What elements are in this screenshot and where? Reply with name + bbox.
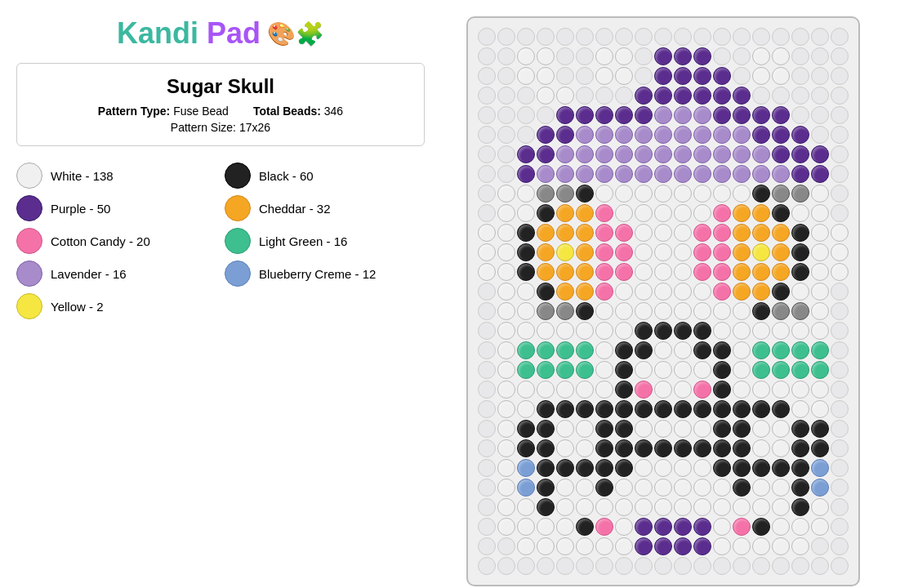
- color-label: Yellow - 2: [51, 300, 103, 314]
- bead-cell: [497, 283, 515, 301]
- bead-cell: [615, 145, 633, 163]
- bead-cell: [615, 283, 633, 301]
- bead-cell: [478, 361, 496, 379]
- bead-cell: [595, 185, 613, 203]
- bead-cell: [752, 381, 770, 399]
- bead-cell: [713, 322, 731, 340]
- bead-cell: [595, 204, 613, 222]
- bead-cell: [693, 204, 711, 222]
- bead-cell: [791, 145, 809, 163]
- bead-cell: [595, 322, 613, 340]
- bead-cell: [713, 67, 731, 85]
- bead-cell: [615, 243, 633, 261]
- bead-cell: [791, 106, 809, 124]
- bead-cell: [674, 204, 692, 222]
- bead-cell: [654, 145, 672, 163]
- logo-kandi: Kandi: [117, 16, 198, 50]
- bead-cell: [537, 106, 555, 124]
- bead-cell: [693, 459, 711, 477]
- bead-cell: [576, 381, 594, 399]
- bead-cell: [772, 263, 790, 281]
- bead-cell: [674, 28, 692, 46]
- bead-cell: [537, 322, 555, 340]
- bead-cell: [497, 28, 515, 46]
- bead-cell: [595, 341, 613, 359]
- bead-cell: [595, 459, 613, 477]
- bead-cell: [556, 361, 574, 379]
- bead-cell: [693, 322, 711, 340]
- bead-cell: [713, 283, 731, 301]
- bead-cell: [556, 439, 574, 457]
- bead-cell: [615, 185, 633, 203]
- bead-cell: [635, 126, 653, 144]
- bead-cell: [556, 498, 574, 516]
- bead-cell: [576, 498, 594, 516]
- bead-cell: [635, 224, 653, 242]
- bead-cell: [497, 243, 515, 261]
- bead-cell: [517, 47, 535, 65]
- bead-cell: [752, 302, 770, 320]
- bead-cell: [478, 47, 496, 65]
- bead-cell: [693, 106, 711, 124]
- bead-cell: [517, 459, 535, 477]
- bead-cell: [556, 537, 574, 555]
- bead-cell: [537, 400, 555, 418]
- bead-cell: [654, 400, 672, 418]
- bead-cell: [693, 381, 711, 399]
- bead-cell: [615, 106, 633, 124]
- bead-cell: [674, 537, 692, 555]
- bead-cell: [713, 518, 731, 536]
- bead-cell: [517, 145, 535, 163]
- bead-cell: [517, 381, 535, 399]
- bead-cell: [674, 283, 692, 301]
- bead-cell: [713, 204, 731, 222]
- bead-cell: [654, 518, 672, 536]
- bead-cell: [537, 439, 555, 457]
- bead-cell: [478, 126, 496, 144]
- bead-cell: [478, 459, 496, 477]
- bead-cell: [791, 204, 809, 222]
- bead-cell: [772, 518, 790, 536]
- bead-cell: [497, 126, 515, 144]
- bead-cell: [811, 263, 829, 281]
- pattern-title: Sugar Skull: [33, 75, 408, 98]
- bead-cell: [576, 145, 594, 163]
- bead-cell: [831, 263, 849, 281]
- bead-cell: [497, 557, 515, 575]
- bead-cell: [556, 28, 574, 46]
- bead-cell: [517, 165, 535, 183]
- bead-cell: [713, 302, 731, 320]
- bead-cell: [615, 263, 633, 281]
- bead-cell: [556, 87, 574, 105]
- bead-cell: [576, 224, 594, 242]
- bead-cell: [497, 165, 515, 183]
- bead-cell: [811, 498, 829, 516]
- bead-cell: [537, 185, 555, 203]
- bead-cell: [674, 165, 692, 183]
- bead-cell: [752, 283, 770, 301]
- bead-cell: [615, 165, 633, 183]
- bead-cell: [831, 145, 849, 163]
- bead-cell: [831, 381, 849, 399]
- bead-cell: [654, 283, 672, 301]
- bead-cell: [615, 459, 633, 477]
- bead-cell: [674, 381, 692, 399]
- bead-cell: [713, 537, 731, 555]
- bead-cell: [831, 400, 849, 418]
- bead-cell: [693, 87, 711, 105]
- bead-cell: [752, 537, 770, 555]
- bead-cell: [654, 243, 672, 261]
- bead-cell: [752, 243, 770, 261]
- bead-cell: [713, 243, 731, 261]
- bead-cell: [537, 498, 555, 516]
- bead-cell: [497, 106, 515, 124]
- bead-cell: [693, 302, 711, 320]
- bead-cell: [752, 263, 770, 281]
- bead-cell: [615, 28, 633, 46]
- bead-cell: [537, 28, 555, 46]
- bead-cell: [733, 67, 751, 85]
- bead-cell: [831, 322, 849, 340]
- bead-cell: [615, 439, 633, 457]
- bead-cell: [752, 361, 770, 379]
- bead-cell: [752, 479, 770, 497]
